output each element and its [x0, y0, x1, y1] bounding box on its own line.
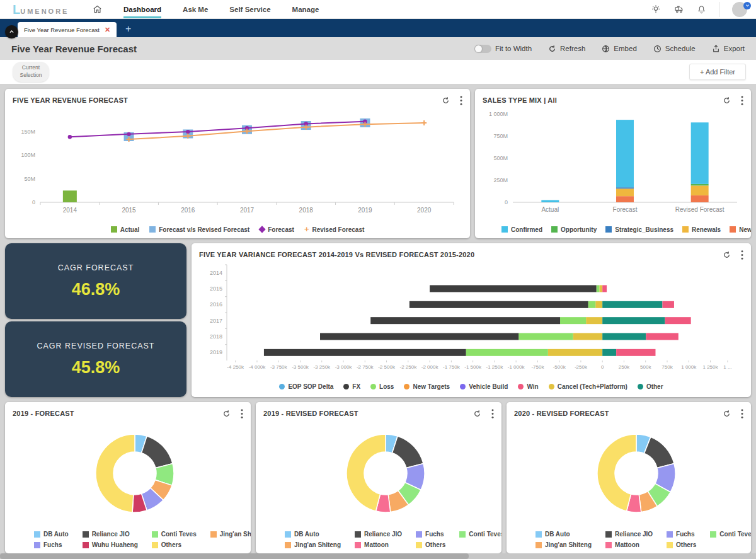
- kebab-menu-icon[interactable]: [741, 96, 743, 105]
- embed-globe-icon: [602, 45, 610, 53]
- refresh-button[interactable]: Refresh: [548, 45, 585, 53]
- legend-item[interactable]: DB Auto: [34, 531, 69, 538]
- chevron-down-icon: [743, 2, 751, 9]
- legend-item[interactable]: DB Auto: [536, 531, 592, 538]
- schedule-clock-icon: [653, 45, 662, 53]
- legend-item[interactable]: Wuhu Huaheng: [83, 541, 138, 548]
- card-title: 2019 - REVISED FORECAST: [263, 410, 358, 417]
- current-selection-chip[interactable]: Current Selection: [13, 62, 49, 82]
- kebab-menu-icon[interactable]: [741, 250, 743, 260]
- legend-item[interactable]: Jing'an Shiteng: [285, 541, 341, 548]
- legend-item[interactable]: Reliance JIO: [83, 531, 138, 538]
- nav-item-ask-me[interactable]: Ask Me: [183, 0, 208, 18]
- nav-item-manage[interactable]: Manage: [292, 0, 319, 18]
- card-refresh-icon[interactable]: [723, 251, 731, 259]
- fit-to-width-toggle[interactable]: Fit to Width: [474, 45, 532, 53]
- legend-item[interactable]: DB Auto: [285, 531, 341, 538]
- card-refresh-icon[interactable]: [723, 96, 731, 105]
- card-refresh-icon[interactable]: [473, 410, 481, 418]
- svg-text:-2 500k: -2 500k: [378, 364, 396, 370]
- legend-item[interactable]: Actual: [111, 226, 140, 233]
- svg-text:2015: 2015: [122, 207, 136, 214]
- legend-item[interactable]: Jing'an Shiteng: [536, 541, 592, 548]
- legend-item[interactable]: Opportunity: [551, 226, 597, 233]
- legend-item[interactable]: Reliance JIO: [355, 531, 402, 538]
- legend-item[interactable]: Forecast v/s Revised Forecast: [149, 226, 249, 233]
- horizontal-scrollbar[interactable]: [0, 553, 756, 559]
- nav-item-dashboard[interactable]: Dashboard: [123, 0, 161, 18]
- legend-item[interactable]: Win: [518, 383, 538, 390]
- donut-2019-revised-forecast[interactable]: [263, 421, 494, 524]
- legend-item[interactable]: New Targets: [404, 383, 450, 390]
- legend-item[interactable]: Cancel (Tech+Platform): [549, 383, 627, 390]
- kebab-menu-icon[interactable]: [241, 409, 243, 418]
- variance-forecast-chart[interactable]: 201420152016201720182019-4 250k-4 000k-3…: [199, 262, 742, 377]
- legend-item[interactable]: Strategic_Business: [605, 226, 673, 233]
- idea-icon[interactable]: [651, 4, 661, 14]
- card-refresh-icon[interactable]: [442, 96, 450, 105]
- sales-type-mix-chart[interactable]: 0250M500M750M1 000MActualForecastRevised…: [483, 108, 743, 220]
- legend-item[interactable]: Forecast: [260, 226, 294, 233]
- donut-2019-forecast[interactable]: [13, 421, 243, 524]
- donut-2019-revised-legend: DB AutoReliance JIOFuchsConti TevesJing'…: [263, 527, 494, 548]
- svg-text:750M: 750M: [493, 133, 508, 139]
- add-tab-button[interactable]: +: [125, 23, 131, 35]
- filter-bar: Current Selection + Add Filter: [0, 60, 756, 84]
- legend-item[interactable]: Fuchs: [34, 541, 69, 548]
- tab-five-year-revenue-forecast[interactable]: Five Year Revenue Forecast ✕: [18, 22, 117, 37]
- svg-text:Actual: Actual: [541, 206, 559, 213]
- kpi-cagr-revised-forecast: CAGR REVISED FORECAST 45.8%: [5, 321, 186, 397]
- legend-item[interactable]: Others: [416, 541, 445, 548]
- legend-item[interactable]: Others: [667, 541, 696, 548]
- legend-item[interactable]: Loss: [370, 383, 394, 390]
- schedule-button[interactable]: Schedule: [653, 45, 696, 53]
- cart-icon[interactable]: [673, 4, 684, 14]
- lumenore-logo[interactable]: L UMENORE: [13, 3, 85, 16]
- title-bar: Five Year Revenue Forecast Fit to Width …: [0, 37, 756, 60]
- scrollbar-thumb[interactable]: [0, 553, 469, 559]
- svg-text:-3 000k: -3 000k: [335, 364, 353, 370]
- svg-text:0: 0: [505, 199, 508, 205]
- legend-item[interactable]: Mattoon: [605, 541, 653, 548]
- card-refresh-icon[interactable]: [222, 410, 231, 418]
- revenue-forecast-chart[interactable]: 050M100M150M2014201520162017201820192020: [13, 108, 462, 220]
- svg-text:Forecast: Forecast: [613, 206, 638, 213]
- top-nav: L UMENORE Dashboard Ask Me Self Service …: [0, 0, 756, 19]
- kebab-menu-icon[interactable]: [460, 96, 462, 105]
- nav-item-self-service[interactable]: Self Service: [229, 0, 270, 18]
- legend-item[interactable]: Conti Teves: [710, 531, 751, 538]
- legend-item[interactable]: FX: [343, 383, 360, 390]
- legend-item[interactable]: Jing'an Shiteng: [210, 531, 251, 538]
- legend-item[interactable]: Fuchs: [416, 531, 445, 538]
- add-filter-button[interactable]: + Add Filter: [689, 64, 746, 80]
- legend-item[interactable]: Conti Teves: [152, 531, 197, 538]
- toggle-switch[interactable]: [474, 45, 491, 53]
- legend-item[interactable]: Renewals: [682, 226, 721, 233]
- legend-item[interactable]: Vehicle Build: [460, 383, 508, 390]
- kebab-menu-icon[interactable]: [741, 409, 743, 418]
- svg-text:2018: 2018: [210, 333, 222, 340]
- legend-item[interactable]: New_Business: [730, 226, 751, 233]
- legend-item[interactable]: EOP SOP Delta: [279, 383, 333, 390]
- legend-item[interactable]: Mattoon: [355, 541, 402, 548]
- home-icon[interactable]: [93, 4, 102, 14]
- legend-item[interactable]: Conti Teves: [459, 531, 501, 538]
- legend-item[interactable]: +Revised Forecast: [304, 226, 364, 233]
- legend-item[interactable]: Reliance JIO: [605, 531, 653, 538]
- card-refresh-icon[interactable]: [723, 410, 731, 418]
- export-button[interactable]: Export: [712, 45, 745, 53]
- user-avatar[interactable]: [732, 2, 747, 17]
- close-tab-icon[interactable]: ✕: [105, 26, 110, 33]
- embed-button[interactable]: Embed: [602, 45, 636, 53]
- legend-item[interactable]: Other: [638, 383, 663, 390]
- kebab-menu-icon[interactable]: [491, 409, 494, 418]
- legend-item[interactable]: Others: [152, 541, 197, 548]
- svg-text:-750k: -750k: [531, 364, 544, 370]
- legend-item[interactable]: Fuchs: [667, 531, 696, 538]
- collapse-tabs-button[interactable]: [5, 25, 18, 38]
- svg-text:250k: 250k: [619, 364, 630, 370]
- legend-item[interactable]: Confirmed: [501, 226, 542, 233]
- notifications-icon[interactable]: [697, 4, 706, 14]
- donut-2020-revised-forecast[interactable]: [514, 421, 745, 524]
- svg-text:-2 750k: -2 750k: [357, 364, 374, 370]
